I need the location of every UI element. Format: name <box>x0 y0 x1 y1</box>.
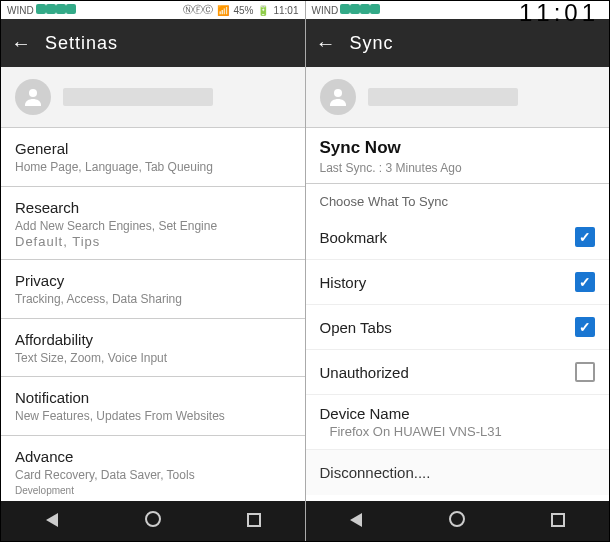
device-value: Firefox On HUAWEI VNS-L31 <box>320 424 596 439</box>
sync-now-label: Sync Now <box>320 138 596 158</box>
settings-header: ← Settinas <box>1 19 305 67</box>
section-affordability[interactable]: Affordability Text Size, Zoom, Voice Inp… <box>1 323 305 378</box>
section-sub2: Development <box>15 484 291 497</box>
avatar-icon <box>320 79 356 115</box>
section-advance[interactable]: Advance Card Recovery, Data Saver, Tools… <box>1 440 305 501</box>
nav-recent-button[interactable] <box>234 511 274 532</box>
nav-home-button[interactable] <box>133 511 173 532</box>
nav-home-button[interactable] <box>437 511 477 532</box>
back-icon[interactable]: ← <box>11 32 31 55</box>
disconnect-row[interactable]: Disconnection.... <box>306 449 610 495</box>
section-sub: Home Page, Language, Tab Queuing <box>15 160 291 176</box>
nav-back-button[interactable] <box>32 511 72 532</box>
section-sub2: Default, Tips <box>15 234 291 249</box>
section-title: Affordability <box>15 331 291 348</box>
nav-bar-right <box>306 501 610 541</box>
section-sub: Card Recovery, Data Saver, Tools <box>15 468 291 484</box>
carrier-label: WIND <box>312 5 339 16</box>
sync-now-row[interactable]: Sync Now Last Sync. : 3 Minutes Ago <box>306 128 610 184</box>
carrier-label: WIND <box>7 5 34 16</box>
nav-recent-button[interactable] <box>538 511 578 532</box>
page-title: Sync <box>350 33 394 54</box>
battery-icon: 🔋 <box>257 5 269 16</box>
profile-row[interactable] <box>306 67 610 128</box>
section-notification[interactable]: Notification New Features, Updates From … <box>1 381 305 436</box>
section-title: General <box>15 140 291 157</box>
page-title: Settinas <box>45 33 118 54</box>
back-icon[interactable]: ← <box>316 32 336 55</box>
check-label: Bookmark <box>320 229 576 246</box>
choose-header: Choose What To Sync <box>306 184 610 215</box>
check-label: History <box>320 274 576 291</box>
section-title: Advance <box>15 448 291 465</box>
status-icons <box>340 4 380 16</box>
sync-item-history[interactable]: History <box>306 260 610 305</box>
device-label: Device Name <box>320 405 596 422</box>
section-title: Notification <box>15 389 291 406</box>
last-sync-label: Last Sync. : 3 Minutes Ago <box>320 161 596 175</box>
signal-icon: 📶 <box>217 5 229 16</box>
nav-bar-left <box>1 501 305 541</box>
clock-label: 11:01 <box>519 0 599 27</box>
sync-item-bookmark[interactable]: Bookmark <box>306 215 610 260</box>
section-research[interactable]: Research Add New Search Engines, Set Eng… <box>1 191 305 261</box>
check-label: Unauthorized <box>320 364 576 381</box>
section-title: Privacy <box>15 272 291 289</box>
check-label: Open Tabs <box>320 319 576 336</box>
avatar-icon <box>15 79 51 115</box>
section-sub: New Features, Updates From Websites <box>15 409 291 425</box>
section-sub: Text Size, Zoom, Voice Input <box>15 351 291 367</box>
settings-list[interactable]: General Home Page, Language, Tab Queuing… <box>1 128 305 501</box>
clock-label: 11:01 <box>273 5 298 16</box>
checkbox-icon[interactable] <box>575 272 595 292</box>
device-name-row[interactable]: Device Name Firefox On HUAWEI VNS-L31 <box>306 395 610 449</box>
checkbox-icon[interactable] <box>575 362 595 382</box>
status-icons <box>36 4 76 16</box>
section-sub: Add New Search Engines, Set Engine <box>15 219 291 235</box>
section-general[interactable]: General Home Page, Language, Tab Queuing <box>1 132 305 187</box>
profile-row[interactable] <box>1 67 305 128</box>
sync-item-open-tabs[interactable]: Open Tabs <box>306 305 610 350</box>
status-bar-left: WIND ⓃⒻⒸ 📶 45% 🔋 11:01 <box>1 1 305 19</box>
nav-back-button[interactable] <box>336 511 376 532</box>
nfc-icon: ⓃⒻⒸ <box>183 3 213 17</box>
svg-point-1 <box>334 89 342 97</box>
profile-placeholder <box>368 88 518 106</box>
section-title: Research <box>15 199 291 216</box>
sync-content[interactable]: Sync Now Last Sync. : 3 Minutes Ago Choo… <box>306 128 610 501</box>
status-bar-right: WIND 11:01 <box>306 1 610 19</box>
checkbox-icon[interactable] <box>575 227 595 247</box>
svg-point-0 <box>29 89 37 97</box>
section-privacy[interactable]: Privacy Tracking, Access, Data Sharing <box>1 264 305 319</box>
checkbox-icon[interactable] <box>575 317 595 337</box>
sync-item-unauthorized[interactable]: Unauthorized <box>306 350 610 395</box>
profile-placeholder <box>63 88 213 106</box>
section-sub: Tracking, Access, Data Sharing <box>15 292 291 308</box>
battery-label: 45% <box>233 5 253 16</box>
